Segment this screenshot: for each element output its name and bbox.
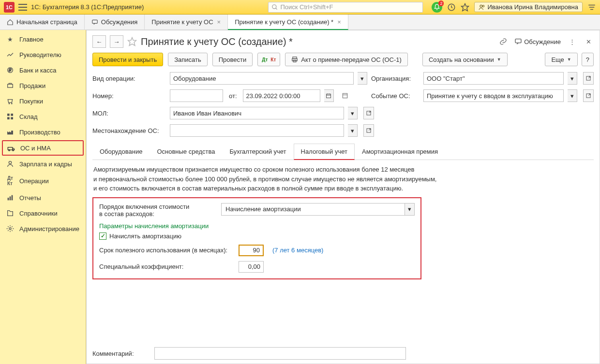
coef-field[interactable]: 0,00 [239,261,264,273]
home-icon [7,19,14,26]
label-event: Событие ОС: [371,92,420,100]
sidebar-item-main[interactable]: ★Главное [0,32,86,47]
svg-rect-37 [343,93,347,98]
notifications-button[interactable]: 2 [432,2,442,13]
svg-rect-33 [327,94,331,98]
svg-point-26 [9,228,11,230]
sidebar-item-sales[interactable]: Продажи [0,78,86,93]
user-chip[interactable]: Иванова Ирина Владимировна [474,2,583,12]
svg-rect-17 [7,117,10,119]
sidebar-item-production[interactable]: Производство [0,124,86,140]
logo-1c: 1C [4,2,15,13]
svg-rect-23 [8,198,9,200]
mol-open-button[interactable] [363,107,374,119]
event-dropdown[interactable]: ▾ [568,89,577,102]
nav-back-button[interactable]: ← [92,35,106,48]
tab-doc-list[interactable]: Принятие к учету ОС × [145,15,228,29]
svg-rect-24 [10,196,11,200]
location-field[interactable] [170,124,344,137]
include-order-dropdown[interactable]: ▾ [405,203,415,216]
label-include-1: Порядок включения стоимости [99,203,189,210]
discuss-button[interactable]: Обсуждение [514,36,561,47]
sidebar-item-admin[interactable]: Администрирование [0,221,86,236]
subtab-accounting[interactable]: Бухгалтерский учет [222,144,293,160]
more-button[interactable]: Еще▼ [545,53,577,66]
link-icon[interactable] [498,36,509,47]
history-icon[interactable] [447,3,456,12]
sidebar-item-manager[interactable]: Руководителю [0,47,86,62]
date-field[interactable]: 23.09.2022 0:00:00 [243,89,320,102]
printer-icon [291,56,298,63]
kebab-icon[interactable]: ⋮ [567,36,577,47]
print-act-button[interactable]: Акт о приеме-передаче ОС (ОС-1) [285,53,408,66]
location-open-button[interactable] [363,124,374,137]
post-button[interactable]: Провести [212,53,253,66]
sidebar-item-bank[interactable]: ₽Банк и касса [0,62,86,78]
sidebar-item-warehouse[interactable]: Склад [0,109,86,124]
menu-button[interactable] [18,4,27,11]
close-icon[interactable]: × [337,18,341,26]
chat-icon [91,19,98,26]
org-dropdown[interactable]: ▾ [568,72,577,85]
svg-point-14 [12,103,12,104]
help-button[interactable]: ? [582,53,594,66]
dtkt-button[interactable]: ДтКт [257,53,280,66]
sidebar-item-operations[interactable]: ДтКтОперации [0,172,86,190]
subtab-assets[interactable]: Основные средства [150,144,222,160]
op-type-dropdown[interactable]: ▾ [358,72,367,85]
subtab-equipment[interactable]: Оборудование [92,144,150,160]
close-icon[interactable]: × [217,18,221,26]
svg-marker-3 [462,3,469,11]
notifications-badge: 2 [438,0,444,6]
svg-point-0 [272,4,276,8]
mol-dropdown[interactable]: ▾ [348,107,358,119]
org-open-button[interactable] [583,72,594,85]
subtab-bonus[interactable]: Амортизационная премия [355,144,445,160]
org-field[interactable]: ООО "Старт" [423,72,564,85]
date-picker-button[interactable] [324,89,334,102]
mol-field[interactable]: Иванов Иван Иванович [170,107,344,119]
svg-point-13 [9,103,9,104]
amortize-checkbox[interactable]: ✓ Начислять амортизацию [99,233,415,240]
nav-forward-button[interactable]: → [110,35,123,48]
sidebar-item-assets[interactable]: ОС и НМА [2,140,84,156]
op-type-field[interactable]: Оборудование [170,72,354,85]
svg-rect-9 [92,20,98,23]
svg-rect-12 [8,84,13,87]
include-order-field[interactable]: Начисление амортизации [221,203,405,216]
number-field[interactable] [170,89,223,102]
label-include-2: в состав расходов: [99,210,154,218]
event-open-button[interactable] [583,89,594,102]
label-org: Организация: [371,75,420,82]
svg-marker-27 [128,38,136,46]
label-mol: МОЛ: [92,110,166,117]
event-field[interactable]: Принятие к учету с вводом в эксплуатацию [423,89,564,102]
svg-rect-28 [515,39,521,43]
location-dropdown[interactable]: ▾ [348,124,358,137]
tab-discussions[interactable]: Обсуждения [85,15,145,29]
global-search[interactable]: Поиск Ctrl+Shift+F [268,2,423,13]
sidebar-item-hr[interactable]: Зарплата и кадры [0,156,86,172]
create-based-button[interactable]: Создать на основании▼ [422,53,508,66]
label-op-type: Вид операции: [92,75,166,82]
post-and-close-button[interactable]: Провести и закрыть [92,53,163,66]
svg-rect-30 [292,58,298,61]
close-form-button[interactable]: ✕ [583,36,594,47]
subtab-tax[interactable]: Налоговый учет [294,144,355,160]
save-button[interactable]: Записать [168,53,208,66]
favorite-star-icon[interactable] [127,37,137,46]
settings-lines-icon[interactable] [587,3,596,12]
sidebar-item-catalogs[interactable]: Справочники [0,205,86,221]
amortization-params-heading: Параметры начисления амортизации [99,222,415,230]
comment-field[interactable] [154,347,406,360]
tab-doc-create[interactable]: Принятие к учету ОС (создание) * × [228,15,348,30]
tab-home[interactable]: Начальная страница [0,15,85,29]
star-icon[interactable] [461,3,469,12]
sidebar-item-reports[interactable]: Отчеты [0,190,86,205]
date-extra-icon[interactable] [340,89,350,102]
svg-point-4 [480,5,482,7]
sidebar-item-purchases[interactable]: Покупки [0,93,86,109]
life-months-field[interactable]: 90 [239,245,264,256]
app-title: 1С: Бухгалтерия 8.3 (1С:Предприятие) [31,3,144,11]
svg-point-21 [13,149,14,151]
